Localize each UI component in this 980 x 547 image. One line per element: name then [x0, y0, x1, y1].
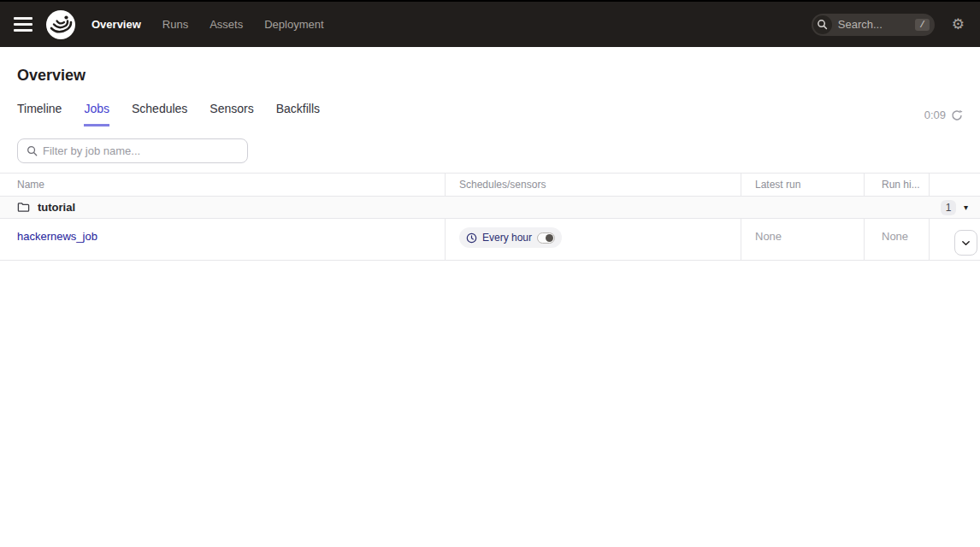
job-count-badge: 1 [941, 200, 956, 215]
schedule-toggle[interactable] [537, 232, 555, 244]
jobs-table-header: Name Schedules/sensors Latest run Run hi… [0, 174, 980, 197]
page-title: Overview [17, 67, 963, 85]
tab-sensors[interactable]: Sensors [210, 102, 253, 126]
job-row-hackernews-job: hackernews_job Every hour None None [0, 219, 980, 261]
job-name-cell: hackernews_job [0, 219, 445, 260]
chevron-down-icon [961, 238, 971, 248]
job-filter-input[interactable] [43, 144, 239, 157]
nav-item-runs[interactable]: Runs [162, 18, 188, 31]
job-schedules-cell: Every hour [445, 219, 741, 260]
hamburger-menu-icon[interactable] [14, 17, 32, 32]
job-link[interactable]: hackernews_job [17, 230, 97, 243]
latest-run-value: None [755, 230, 782, 243]
job-group-row-tutorial[interactable]: tutorial 1 ▾ [0, 197, 980, 219]
job-menu-button[interactable] [954, 230, 977, 256]
search-placeholder: Search... [838, 18, 915, 31]
clock-icon [466, 232, 477, 244]
refresh-icon[interactable] [951, 109, 963, 121]
folder-icon [17, 201, 30, 214]
search-icon [813, 15, 832, 34]
run-history-cell: None [864, 219, 929, 260]
column-header-actions [929, 174, 980, 196]
main-nav: Overview Runs Assets Deployment [92, 18, 324, 31]
overview-tabbar: Timeline Jobs Schedules Sensors Backfill… [17, 102, 963, 126]
dagster-logo-icon[interactable] [45, 9, 76, 40]
job-actions-cell [929, 219, 980, 260]
tab-schedules[interactable]: Schedules [132, 102, 187, 126]
group-collapse-caret-icon[interactable]: ▾ [964, 203, 968, 212]
refresh-countdown: 0:09 [924, 109, 946, 121]
column-header-run-history: Run hi... [864, 174, 929, 196]
settings-gear-icon[interactable]: ⚙ [952, 17, 965, 32]
jobs-table: Name Schedules/sensors Latest run Run hi… [0, 173, 980, 261]
column-header-schedules-sensors: Schedules/sensors [445, 174, 741, 196]
nav-item-overview[interactable]: Overview [92, 18, 141, 31]
nav-item-deployment[interactable]: Deployment [264, 18, 323, 31]
schedule-label: Every hour [482, 232, 532, 244]
tab-timeline[interactable]: Timeline [17, 102, 62, 126]
tab-backfills[interactable]: Backfills [276, 102, 320, 126]
filter-search-icon [27, 145, 38, 156]
schedule-chip[interactable]: Every hour [459, 227, 562, 248]
column-header-name: Name [0, 174, 445, 196]
job-filter-field [17, 138, 248, 163]
overview-page: Overview Timeline Jobs Schedules Sensors… [0, 67, 980, 261]
global-search[interactable]: Search... / [812, 14, 935, 36]
run-history-value: None [882, 230, 908, 243]
nav-item-assets[interactable]: Assets [210, 18, 243, 31]
top-navbar: Overview Runs Assets Deployment Search..… [0, 2, 980, 47]
search-shortcut-badge: / [915, 19, 930, 31]
job-group-name: tutorial [38, 201, 75, 214]
latest-run-cell: None [741, 219, 864, 260]
tab-jobs[interactable]: Jobs [84, 102, 109, 126]
column-header-latest-run: Latest run [741, 174, 864, 196]
